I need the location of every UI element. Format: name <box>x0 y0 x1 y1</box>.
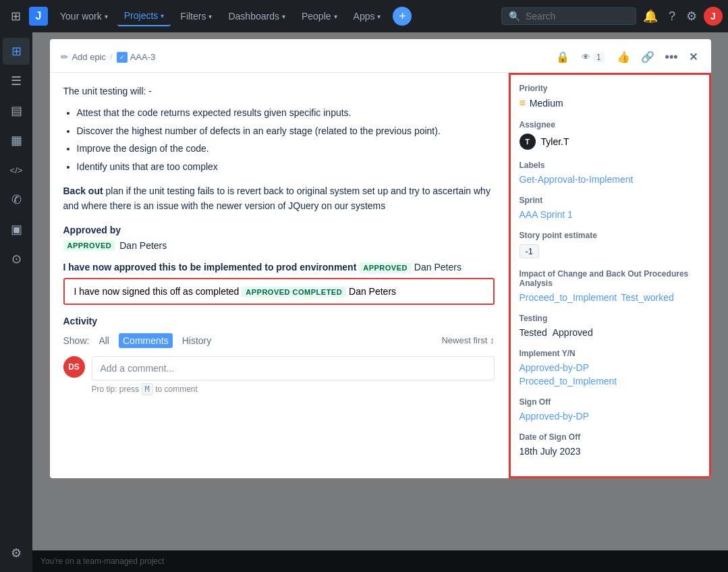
watch-button[interactable]: 👁 1 <box>578 49 609 65</box>
impact-tag-1[interactable]: Proceed_to_Implement <box>520 292 617 303</box>
search-icon: 🔍 <box>509 11 520 22</box>
intro-text: The unit testing will: - <box>63 84 495 98</box>
more-options-button[interactable]: ••• <box>663 47 681 67</box>
modal-actions: 🔒 👁 1 👍 🔗 ••• ✕ <box>553 47 700 67</box>
modal-body: The unit testing will: - Attest that the… <box>50 73 711 478</box>
testing-tags: Tested Approved <box>520 327 700 338</box>
lock-button[interactable]: 🔒 <box>553 48 572 66</box>
list-item: Identify units that are too complex <box>77 159 495 174</box>
activity-filters: Show: All Comments History Newest first … <box>63 333 495 348</box>
list-item: Attest that the code returns expected re… <box>77 105 495 120</box>
labels-field: Labels Get-Approval-to-Implement <box>520 161 700 185</box>
implement-field: Implement Y/N Approved-by-DP Proceed_to_… <box>520 349 700 387</box>
issue-type-icon: ✓ <box>117 52 128 63</box>
top-navigation: ⊞ J Your work ▾ Projects ▾ Filters ▾ Das… <box>0 0 728 32</box>
user-avatar: DS <box>63 356 85 378</box>
pro-tip: Pro tip: press M to comment <box>92 384 495 394</box>
approved-badge-row: APPROVED Dan Peters <box>63 240 167 251</box>
main-content: ✏ Add epic / ✓ AAA-3 🔒 👁 1 👍 <box>32 32 728 572</box>
settings-icon[interactable]: ⚙ <box>682 5 701 28</box>
filter-history-button[interactable]: History <box>178 333 216 348</box>
activity-section: Activity Show: All Comments History Newe… <box>63 316 495 394</box>
jira-logo[interactable]: J <box>29 7 48 26</box>
date-signoff-field: Date of Sign Off 18th July 2023 <box>520 432 700 457</box>
user-avatar-icon[interactable]: J <box>704 7 723 26</box>
priority-field: Priority ≡ Medium <box>520 84 700 109</box>
modal-overlay[interactable]: ✏ Add epic / ✓ AAA-3 🔒 👁 1 👍 <box>32 32 728 572</box>
activity-sort[interactable]: Newest first ↕ <box>441 335 494 345</box>
sidebar-shape-icon[interactable]: ⊙ <box>3 246 30 273</box>
story-point-badge: -1 <box>520 244 540 258</box>
modal-right-panel: Priority ≡ Medium Assignee T Tyler.T <box>509 73 711 478</box>
chevron-down-icon: ▾ <box>208 13 212 20</box>
filter-all-button[interactable]: All <box>94 333 113 348</box>
story-point-field: Story point estimate -1 <box>520 231 700 258</box>
impact-field: Impact of Change and Back Out Procedures… <box>520 269 700 303</box>
date-value: 18th July 2023 <box>520 446 581 457</box>
comment-input[interactable]: Add a comment... <box>92 356 495 380</box>
signoff-field: Sign Off Approved-by-DP <box>520 397 700 422</box>
approved-by-section: Approved by APPROVED Dan Peters <box>63 225 495 251</box>
back-out-text: Back out plan if the unit testing fails … <box>63 183 495 214</box>
share-button[interactable]: 🔗 <box>638 48 657 66</box>
sidebar-board-icon[interactable]: ⊞ <box>3 38 30 65</box>
help-icon[interactable]: ? <box>665 5 679 28</box>
approved-statement: I have now approved this to be implement… <box>63 262 495 273</box>
keyboard-shortcut: M <box>142 383 153 395</box>
modal-header: ✏ Add epic / ✓ AAA-3 🔒 👁 1 👍 <box>50 39 711 73</box>
signoff-link[interactable]: Approved-by-DP <box>520 411 590 422</box>
sprint-link[interactable]: AAA Sprint 1 <box>520 209 573 220</box>
label-tag[interactable]: Get-Approval-to-Implement <box>520 174 634 185</box>
nav-item-dashboards[interactable]: Dashboards ▾ <box>221 7 292 26</box>
chevron-down-icon: ▾ <box>334 13 337 20</box>
sidebar-settings-icon[interactable]: ⚙ <box>3 540 30 567</box>
sidebar-backlog-icon[interactable]: ▤ <box>3 97 30 124</box>
breadcrumb-separator: / <box>110 52 113 62</box>
sprint-field: Sprint AAA Sprint 1 <box>520 196 700 220</box>
nav-item-apps[interactable]: Apps ▾ <box>347 7 388 26</box>
assignee-avatar: T <box>520 134 536 150</box>
sidebar-grid-icon[interactable]: ▦ <box>3 127 30 154</box>
modal-left-panel: The unit testing will: - Attest that the… <box>50 73 509 478</box>
chevron-down-icon: ▾ <box>377 13 381 20</box>
impact-tags: Proceed_to_Implement Test_worked <box>520 292 700 303</box>
sidebar-code-icon[interactable]: </> <box>3 156 30 183</box>
signed-off-box: I have now signed this off as completed … <box>63 278 495 305</box>
breadcrumb-add-epic[interactable]: ✏ Add epic <box>61 52 107 62</box>
search-input[interactable] <box>526 11 629 22</box>
bullet-list: Attest that the code returns expected re… <box>63 105 495 174</box>
grid-menu-icon[interactable]: ⊞ <box>5 3 26 29</box>
sidebar-list-icon[interactable]: ☰ <box>3 67 30 94</box>
chevron-down-icon: ▾ <box>282 13 285 20</box>
implement-tags: Approved-by-DP Proceed_to_Implement <box>520 362 700 387</box>
sidebar-doc-icon[interactable]: ▣ <box>3 216 30 243</box>
notifications-icon[interactable]: 🔔 <box>639 5 662 28</box>
left-sidebar: ⊞ ☰ ▤ ▦ </> ✆ ▣ ⊙ ⚙ <box>0 32 32 572</box>
chevron-down-icon: ▾ <box>105 13 108 20</box>
nav-item-filters[interactable]: Filters ▾ <box>173 7 219 26</box>
like-button[interactable]: 👍 <box>614 48 633 66</box>
testing-field: Testing Tested Approved <box>520 314 700 338</box>
close-button[interactable]: ✕ <box>686 48 700 66</box>
create-button[interactable]: + <box>393 7 412 26</box>
list-item: Improve the design of the code. <box>77 141 495 156</box>
breadcrumb-issue[interactable]: ✓ AAA-3 <box>117 52 156 63</box>
nav-item-your-work[interactable]: Your work ▾ <box>53 7 115 26</box>
priority-medium-icon: ≡ <box>520 97 526 109</box>
chevron-down-icon: ▾ <box>161 12 164 20</box>
nav-item-projects[interactable]: Projects ▾ <box>117 6 171 26</box>
nav-item-people[interactable]: People ▾ <box>295 7 344 26</box>
comment-area: DS Add a comment... <box>63 356 495 380</box>
list-item: Discover the highest number of defects i… <box>77 123 495 138</box>
impact-tag-2[interactable]: Test_worked <box>621 292 674 303</box>
implement-tag-1[interactable]: Approved-by-DP <box>520 362 700 373</box>
filter-comments-button[interactable]: Comments <box>119 333 173 348</box>
issue-modal: ✏ Add epic / ✓ AAA-3 🔒 👁 1 👍 <box>50 39 711 478</box>
eye-icon: 👁 <box>582 52 590 62</box>
breadcrumb: ✏ Add epic / ✓ AAA-3 <box>61 52 156 63</box>
assignee-field: Assignee T Tyler.T <box>520 120 700 150</box>
implement-tag-2[interactable]: Proceed_to_Implement <box>520 376 700 387</box>
sidebar-phone-icon[interactable]: ✆ <box>3 186 30 213</box>
search-bar[interactable]: 🔍 <box>501 7 636 25</box>
